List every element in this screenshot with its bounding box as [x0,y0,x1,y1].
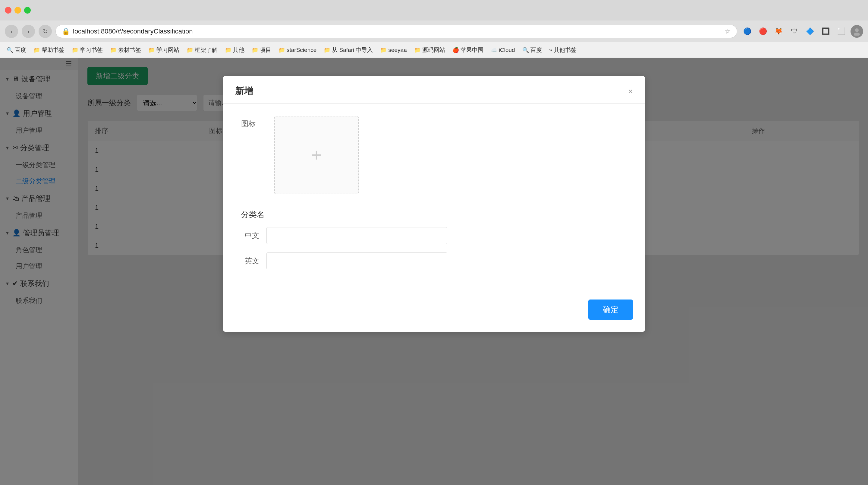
close-light[interactable] [5,7,11,13]
address-bar: ‹ › ↻ 🔒 localhost:8080/#/secondaryClassi… [0,21,868,42]
bookmark-project[interactable]: 📁项目 [249,45,274,55]
bookmark-study[interactable]: 📁学习书签 [69,45,106,55]
bookmark-baidu-1[interactable]: 🔍百度 [4,45,29,55]
star-icon[interactable]: ☆ [725,27,731,35]
minimize-light[interactable] [14,7,21,13]
extension-icon-1[interactable]: 🔵 [741,25,753,38]
bookmark-source[interactable]: 📁源码网站 [411,45,448,55]
bookmark-framework[interactable]: 📁框架了解 [184,45,221,55]
bookmark-study-site[interactable]: 📁学习网站 [145,45,182,55]
lock-icon: 🔒 [62,27,70,35]
modal-close-button[interactable]: × [628,87,633,95]
extension-icon-6[interactable]: 🔲 [819,25,832,38]
refresh-button[interactable]: ↻ [38,25,52,38]
bookmark-starsci[interactable]: 📁starScience [276,46,319,55]
chinese-input[interactable] [267,227,447,244]
fullscreen-light[interactable] [24,7,31,13]
url-text: localhost:8080/#/secondaryClassification [73,27,722,35]
chinese-label: 中文 [241,231,259,240]
bookmark-seeyaa[interactable]: 📁seeyaa [377,46,410,55]
form-section-title: 分类名 [241,209,627,220]
upload-section: 图标 + [241,116,627,194]
upload-label: 图标 [241,116,265,129]
back-button[interactable]: ‹ [5,25,18,38]
extension-icon-7[interactable]: ⬜ [835,25,847,38]
english-input[interactable] [267,253,447,269]
upload-plus-icon: + [311,146,321,164]
user-avatar[interactable] [850,25,863,38]
english-label: 英文 [241,256,259,266]
form-section-category-name: 分类名 中文 英文 [241,209,627,269]
extension-icon-3[interactable]: 🦊 [772,25,785,38]
extension-icon-2[interactable]: 🔴 [756,25,769,38]
forward-button[interactable]: › [22,25,35,38]
bookmark-safari-import[interactable]: 📁从 Safari 中导入 [321,45,376,55]
form-row-english: 英文 [241,253,627,269]
extension-icon-4[interactable]: 🛡 [788,25,801,38]
modal-footer: 确定 [223,293,645,332]
form-row-chinese: 中文 [241,227,627,244]
modal-header: 新增 × [223,76,645,104]
extension-icon-5[interactable]: 🔷 [804,25,816,38]
svg-point-0 [855,28,859,32]
modal-title: 新增 [235,85,253,97]
bookmark-help[interactable]: 📁帮助书签 [30,45,67,55]
bookmark-more[interactable]: »其他书签 [546,45,580,55]
add-modal: 新增 × 图标 + 分类名 中文 [223,76,645,332]
bookmark-other[interactable]: 📁其他 [222,45,247,55]
svg-point-1 [854,33,860,36]
upload-area[interactable]: + [274,116,359,194]
modal-overlay: 新增 × 图标 + 分类名 中文 [0,58,868,485]
confirm-button[interactable]: 确定 [588,299,633,320]
bookmark-baidu-2[interactable]: 🔍百度 [519,45,545,55]
traffic-lights [0,0,36,21]
bookmarks-bar: 🔍百度 📁帮助书签 📁学习书签 📁素材书签 📁学习网站 📁框架了解 📁其他 📁项… [0,42,868,58]
url-bar[interactable]: 🔒 localhost:8080/#/secondaryClassificati… [56,25,737,38]
bookmark-apple[interactable]: 🍎苹果中国 [450,45,487,55]
bookmark-material[interactable]: 📁素材书签 [107,45,144,55]
modal-body: 图标 + 分类名 中文 英文 [223,104,645,293]
bookmark-icloud[interactable]: ☁️iCloud [488,46,518,55]
